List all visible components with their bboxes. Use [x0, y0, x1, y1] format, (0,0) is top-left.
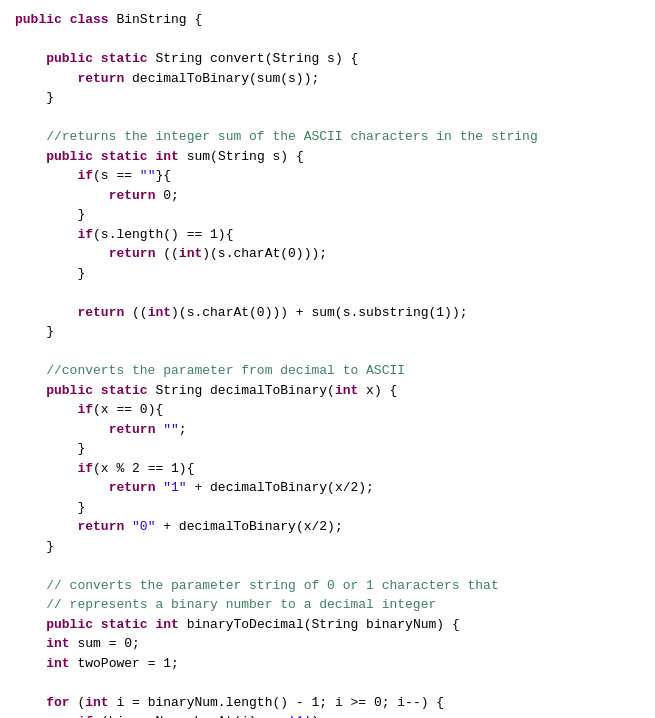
code-token: return: [77, 519, 124, 534]
code-token: 0;: [155, 188, 178, 203]
code-token: "1": [163, 480, 186, 495]
code-line: if(x == 0){: [15, 400, 640, 420]
code-line: return "0" + decimalToBinary(x/2);: [15, 517, 640, 537]
code-token: if: [77, 461, 93, 476]
code-token: ((: [155, 246, 178, 261]
code-token: }{: [155, 168, 171, 183]
code-token: sum(String s) {: [179, 149, 304, 164]
code-token: (: [70, 695, 86, 710]
code-token: static: [101, 617, 148, 632]
code-token: public: [46, 383, 93, 398]
code-line: if(s.length() == 1){: [15, 225, 640, 245]
code-token: // represents a binary number to a decim…: [15, 597, 436, 612]
code-token: '1': [288, 714, 311, 718]
code-token: (x == 0){: [93, 402, 163, 417]
code-token: return: [77, 305, 124, 320]
code-line: [15, 673, 640, 693]
code-token: [15, 617, 46, 632]
code-token: for: [46, 695, 69, 710]
code-token: [15, 695, 46, 710]
code-line: public static String convert(String s) {: [15, 49, 640, 69]
code-token: public: [46, 617, 93, 632]
code-token: int: [155, 149, 178, 164]
code-line: }: [15, 537, 640, 557]
code-token: int: [148, 305, 171, 320]
code-line: for (int i = binaryNum.length() - 1; i >…: [15, 693, 640, 713]
code-line: }: [15, 205, 640, 225]
code-token: [15, 149, 46, 164]
code-line: [15, 342, 640, 362]
code-token: class: [70, 12, 109, 27]
code-line: return ((int)(s.charAt(0))) + sum(s.subs…: [15, 303, 640, 323]
code-line: [15, 283, 640, 303]
code-line: return decimalToBinary(sum(s));: [15, 69, 640, 89]
code-token: [15, 656, 46, 671]
code-token: int: [335, 383, 358, 398]
code-line: // converts the parameter string of 0 or…: [15, 576, 640, 596]
code-token: ): [311, 714, 319, 718]
code-token: [15, 636, 46, 651]
code-token: // converts the parameter string of 0 or…: [15, 578, 499, 593]
code-token: public: [46, 149, 93, 164]
code-token: static: [101, 383, 148, 398]
code-token: binaryToDecimal(String binaryNum) {: [179, 617, 460, 632]
code-token: }: [15, 324, 54, 339]
code-token: int: [46, 656, 69, 671]
code-token: int: [179, 246, 202, 261]
code-token: [93, 51, 101, 66]
code-line: public static int binaryToDecimal(String…: [15, 615, 640, 635]
code-token: [93, 383, 101, 398]
code-line: public static int sum(String s) {: [15, 147, 640, 167]
code-line: if(s == ""}{: [15, 166, 640, 186]
code-token: "0": [132, 519, 155, 534]
code-line: [15, 108, 640, 128]
code-token: int: [46, 636, 69, 651]
code-line: int twoPower = 1;: [15, 654, 640, 674]
code-token: [15, 305, 77, 320]
code-line: return "";: [15, 420, 640, 440]
code-token: return: [109, 422, 156, 437]
code-line: //converts the parameter from decimal to…: [15, 361, 640, 381]
code-token: }: [15, 266, 85, 281]
code-token: )(s.charAt(0)));: [202, 246, 327, 261]
code-line: }: [15, 88, 640, 108]
code-token: String convert(String s) {: [148, 51, 359, 66]
code-token: ;: [179, 422, 187, 437]
code-token: static: [101, 149, 148, 164]
code-token: )(s.charAt(0))) + sum(s.substring(1));: [171, 305, 467, 320]
code-token: (s.length() == 1){: [93, 227, 233, 242]
code-line: return "1" + decimalToBinary(x/2);: [15, 478, 640, 498]
code-token: [15, 188, 109, 203]
code-token: }: [15, 207, 85, 222]
code-token: [15, 402, 77, 417]
code-line: // represents a binary number to a decim…: [15, 595, 640, 615]
code-token: if: [77, 402, 93, 417]
code-token: x) {: [358, 383, 397, 398]
code-token: [15, 461, 77, 476]
code-token: if: [77, 168, 93, 183]
code-token: [15, 227, 77, 242]
code-token: [15, 246, 109, 261]
code-token: if: [77, 227, 93, 242]
code-token: String decimalToBinary(: [148, 383, 335, 398]
code-token: ((: [124, 305, 147, 320]
code-token: public: [46, 51, 93, 66]
code-token: //converts the parameter from decimal to…: [15, 363, 405, 378]
code-line: //returns the integer sum of the ASCII c…: [15, 127, 640, 147]
code-token: }: [15, 441, 85, 456]
code-line: if(x % 2 == 1){: [15, 459, 640, 479]
code-token: "": [140, 168, 156, 183]
code-token: }: [15, 90, 54, 105]
code-token: sum = 0;: [70, 636, 140, 651]
code-token: return: [77, 71, 124, 86]
code-token: }: [15, 539, 54, 554]
code-token: return: [109, 188, 156, 203]
code-block: public class BinString { public static S…: [15, 10, 640, 718]
code-token: (s ==: [93, 168, 140, 183]
code-line: }: [15, 498, 640, 518]
code-token: + decimalToBinary(x/2);: [155, 519, 342, 534]
code-token: //returns the integer sum of the ASCII c…: [15, 129, 538, 144]
code-token: [124, 519, 132, 534]
code-token: [15, 383, 46, 398]
code-token: static: [101, 51, 148, 66]
